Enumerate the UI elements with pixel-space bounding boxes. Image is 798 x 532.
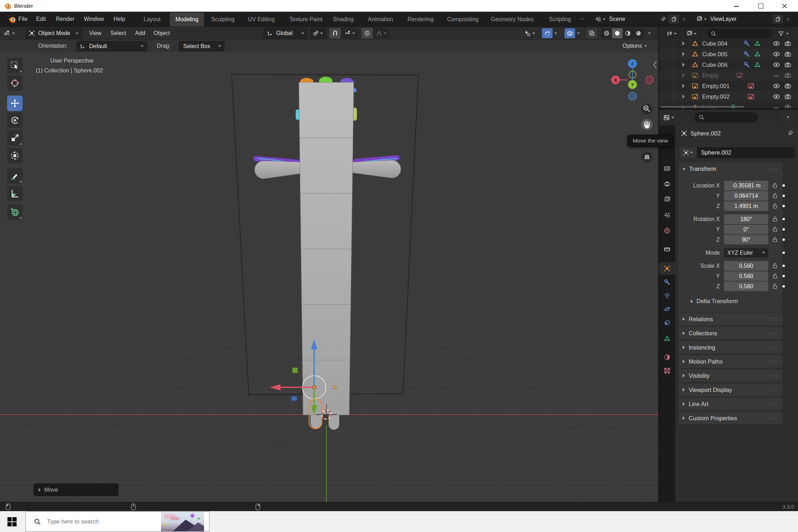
properties-search[interactable] xyxy=(694,112,758,122)
gizmo-chevron-icon[interactable] xyxy=(554,33,557,34)
object-name[interactable]: Cube.004 xyxy=(702,38,728,49)
tab-layout[interactable]: Layout xyxy=(144,12,161,27)
object-name[interactable]: Empty xyxy=(702,70,719,81)
snap-toggle-button[interactable] xyxy=(329,28,341,39)
object-name[interactable]: Cube.006 xyxy=(702,59,728,70)
tool-scale[interactable] xyxy=(7,130,23,146)
tab-scripting[interactable]: Scripting xyxy=(549,12,571,27)
zoom-view-button[interactable] xyxy=(641,103,653,115)
mode-selector[interactable]: Object Mode xyxy=(25,28,82,39)
animate-dot[interactable] xyxy=(782,184,785,187)
menu-help[interactable]: Help xyxy=(114,12,125,27)
lock-icon[interactable] xyxy=(771,283,779,290)
lock-icon[interactable] xyxy=(771,202,779,209)
tool-select-box[interactable] xyxy=(7,58,23,73)
shading-material-button[interactable] xyxy=(623,28,633,38)
hide-eye-icon[interactable] xyxy=(773,40,780,47)
outliner-row-empty002[interactable]: Empty.002 xyxy=(659,91,798,102)
tab-particles[interactable] xyxy=(659,289,675,302)
render-visibility-icon[interactable] xyxy=(784,93,791,100)
hidden-eye-icon[interactable] xyxy=(773,72,780,79)
tab-texture[interactable] xyxy=(659,364,675,377)
viewlayer-remove-icon[interactable] xyxy=(785,17,791,22)
tab-compositing[interactable]: Compositing xyxy=(447,12,479,27)
panel-relations[interactable]: Relations xyxy=(678,313,782,325)
lock-icon[interactable] xyxy=(771,236,779,243)
tool-add-primitive[interactable] xyxy=(7,204,23,220)
properties-options-button[interactable] xyxy=(782,112,794,122)
scene-pin-icon[interactable] xyxy=(660,16,666,22)
object-id-dropdown[interactable] xyxy=(680,147,696,158)
panel-custom-properties[interactable]: Custom Properties xyxy=(678,412,782,424)
tab-shading[interactable]: Shading xyxy=(333,12,354,27)
render-visibility-icon[interactable] xyxy=(784,61,791,68)
animate-dot[interactable] xyxy=(782,251,785,254)
rotation-mode-dropdown[interactable]: XYZ Euler xyxy=(724,248,768,258)
properties-editor-type-button[interactable] xyxy=(663,112,674,122)
tab-rendering[interactable]: Rendering xyxy=(407,12,434,27)
taskbar-search-input[interactable] xyxy=(46,518,161,525)
animate-dot[interactable] xyxy=(782,195,785,197)
hide-eye-icon[interactable] xyxy=(773,51,780,58)
panel-drag-handle[interactable] xyxy=(769,346,778,349)
navigation-gizmo[interactable]: Z X Y xyxy=(611,59,654,100)
pivot-point-selector[interactable] xyxy=(310,28,326,39)
tab-material[interactable] xyxy=(659,351,675,364)
viewlayer-selector[interactable]: ViewLayer xyxy=(693,14,793,24)
tab-render[interactable] xyxy=(659,162,675,175)
tab-geometry-nodes[interactable]: Geometry Nodes xyxy=(491,12,534,27)
outliner-filter-button[interactable] xyxy=(778,29,789,39)
outliner-hscrollbar[interactable] xyxy=(661,106,745,108)
editor-type-button[interactable] xyxy=(4,28,15,38)
maximize-button[interactable] xyxy=(753,0,768,12)
minimize-button[interactable] xyxy=(729,0,744,12)
menu-file[interactable]: File xyxy=(18,12,28,27)
outliner-display-mode[interactable] xyxy=(664,29,682,39)
object-name[interactable]: Empty.002 xyxy=(702,91,730,102)
overlays-chevron-icon[interactable] xyxy=(577,33,580,34)
animate-dot[interactable] xyxy=(782,265,785,267)
panel-drag-handle[interactable] xyxy=(769,403,778,406)
menu-select[interactable]: Select xyxy=(110,27,126,40)
tool-move[interactable] xyxy=(7,96,23,111)
tab-constraints[interactable] xyxy=(659,316,675,329)
tab-sculpting[interactable]: Sculpting xyxy=(211,12,235,27)
tool-transform[interactable] xyxy=(7,148,23,163)
shading-chevron-icon[interactable] xyxy=(648,33,651,34)
lock-icon[interactable] xyxy=(771,272,779,279)
menu-add[interactable]: Add xyxy=(135,27,145,40)
shading-rendered-button[interactable] xyxy=(633,28,644,38)
hide-eye-icon[interactable] xyxy=(773,82,780,89)
menu-edit[interactable]: Edit xyxy=(36,12,46,27)
rotation-y-field[interactable]: 0° xyxy=(724,225,768,234)
expand-icon[interactable] xyxy=(682,94,685,99)
scene-unlink-icon[interactable] xyxy=(681,17,687,22)
panel-drag-handle[interactable] xyxy=(769,374,778,377)
breadcrumb-pin-icon[interactable] xyxy=(787,130,794,137)
drag-dropdown[interactable]: Select Box xyxy=(179,41,225,51)
panel-collections[interactable]: Collections xyxy=(678,327,782,340)
animate-dot[interactable] xyxy=(782,218,785,220)
lock-icon[interactable] xyxy=(771,192,779,199)
breadcrumb-label[interactable]: Sphere.002 xyxy=(690,130,721,137)
tab-animation[interactable]: Animation xyxy=(368,12,393,27)
tab-uv-editing[interactable]: UV Editing xyxy=(248,12,275,27)
panel-line-art[interactable]: Line Art xyxy=(678,398,782,410)
panel-drag-handle[interactable] xyxy=(769,318,778,321)
render-visibility-icon[interactable] xyxy=(784,40,791,47)
expand-icon[interactable] xyxy=(682,41,685,46)
render-disabled-icon[interactable] xyxy=(784,72,791,79)
panel-drag-handle[interactable] xyxy=(769,360,778,363)
panel-viewport-display[interactable]: Viewport Display xyxy=(678,383,782,396)
transform-orientation-selector[interactable]: Global xyxy=(264,28,307,39)
transform-drag-handle[interactable] xyxy=(770,168,779,171)
lock-icon[interactable] xyxy=(771,226,779,233)
outliner-row-cube005[interactable]: Cube.005 xyxy=(659,49,798,59)
hidden-eye-icon[interactable] xyxy=(773,104,780,108)
toggle-xray-button[interactable] xyxy=(586,28,597,38)
shading-solid-button[interactable] xyxy=(612,28,623,38)
menu-window[interactable]: Window xyxy=(84,12,104,27)
tab-physics[interactable] xyxy=(659,303,675,316)
orientation-dropdown[interactable]: Default xyxy=(76,41,147,51)
snap-settings-button[interactable] xyxy=(341,28,359,39)
